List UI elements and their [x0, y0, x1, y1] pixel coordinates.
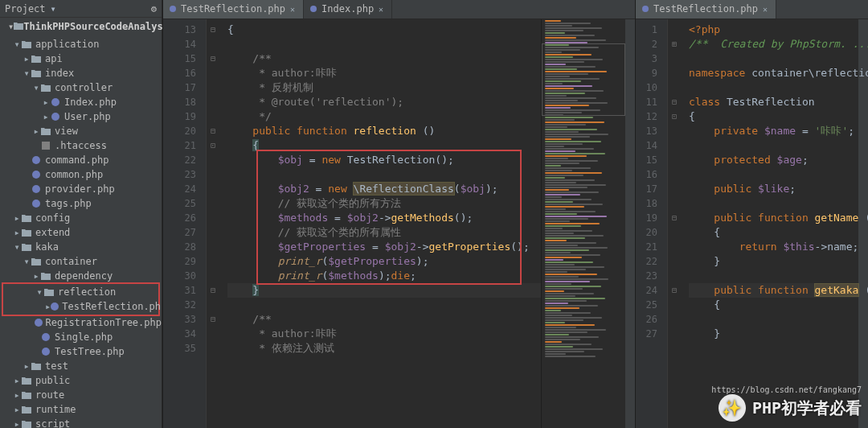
chevron-down-icon[interactable]: ▾	[51, 3, 56, 14]
tab-label: Index.php	[321, 3, 374, 14]
php-file-icon	[310, 6, 317, 12]
tree-file[interactable]: tags.php	[0, 196, 162, 211]
tree-file[interactable]: TestTree.php	[0, 344, 162, 359]
tree-folder[interactable]: ▸api	[0, 51, 162, 66]
project-root-row[interactable]: ▾ ThinkPHPSourceCodeAnalysis D:\phpstudy…	[0, 18, 162, 35]
project-tree[interactable]: ▾application▸api▾index▾controller▸Index.…	[0, 35, 162, 428]
annotation-tree-red-box: ▾reflection▸TestReflection.php	[2, 282, 160, 316]
tree-folder[interactable]: ▸view	[0, 124, 162, 138]
editor-tab[interactable]: Index.php✕	[304, 0, 392, 19]
editor-tabs-right[interactable]: TestReflection.php✕	[636, 0, 868, 19]
gutter-left[interactable]: 1314151617181920212223242526272829303132…	[163, 19, 207, 428]
fold-column-right[interactable]: ⊞⊟⊡⊟⊟	[668, 19, 681, 428]
tree-folder[interactable]: ▸route	[0, 388, 162, 402]
editor-area: TestReflection.php✕Index.php✕ 1314151617…	[162, 0, 868, 428]
close-icon[interactable]: ✕	[379, 5, 383, 14]
editor-tab[interactable]: TestReflection.php✕	[636, 0, 776, 19]
tree-folder[interactable]: ▸dependency	[0, 269, 162, 283]
editor-tab[interactable]: TestReflection.php✕	[163, 0, 304, 19]
tree-folder[interactable]: ▾controller	[0, 80, 162, 95]
minimap-left[interactable]	[541, 19, 625, 428]
tree-folder[interactable]: ▾application	[0, 37, 162, 51]
tree-file[interactable]: .htaccess	[0, 138, 162, 153]
tree-folder[interactable]: ▾container	[0, 254, 162, 269]
code-area-right[interactable]: <?php/** Created by PhpStorm. ...*/names…	[681, 19, 858, 428]
tree-folder[interactable]: ▸config	[0, 211, 162, 225]
watermark: ✨ PHP初学者必看	[719, 394, 862, 422]
php-file-icon	[642, 6, 649, 12]
gutter-right[interactable]: 1239101112131415161718192021222324252627	[636, 19, 668, 428]
tree-file[interactable]: common.php	[0, 167, 162, 182]
tree-folder[interactable]: ▾kaka	[0, 240, 162, 254]
code-area-left[interactable]: { /** * author:咔咔 * 反射机制 * @route('refle…	[219, 19, 541, 428]
project-header: Project ▾ ⚙	[0, 0, 162, 18]
editor-pane-right: TestReflection.php✕ 12391011121314151617…	[635, 0, 868, 428]
tree-folder[interactable]: ▾reflection	[3, 285, 158, 299]
project-header-title: Project	[5, 3, 46, 14]
editor-pane-left: TestReflection.php✕Index.php✕ 1314151617…	[162, 0, 635, 428]
tree-folder[interactable]: ▸extend	[0, 225, 162, 240]
fold-column-left[interactable]: ⊟⊟⊟⊡⊟⊟	[207, 19, 219, 428]
tree-file[interactable]: ▸User.php	[0, 109, 162, 124]
tree-file[interactable]: RegistrationTree.php	[0, 315, 162, 330]
tree-folder[interactable]: ▸runtime	[0, 402, 162, 417]
tree-file[interactable]: ▸Index.php	[0, 95, 162, 109]
php-file-icon	[170, 6, 176, 12]
tree-file[interactable]: ▸TestReflection.php	[3, 299, 158, 314]
vertical-scrollbar-right[interactable]	[858, 19, 868, 428]
tree-folder[interactable]: ▸public	[0, 373, 162, 388]
project-root-label: ThinkPHPSourceCodeAnalysis	[23, 21, 174, 32]
tab-label: TestReflection.php	[181, 3, 285, 14]
editor-tabs-left[interactable]: TestReflection.php✕Index.php✕	[163, 0, 635, 19]
close-icon[interactable]: ✕	[290, 5, 295, 14]
tab-label: TestReflection.php	[653, 3, 758, 14]
wechat-icon: ✨	[719, 394, 746, 422]
gear-icon[interactable]: ⚙	[151, 3, 157, 14]
tree-file[interactable]: command.php	[0, 153, 162, 167]
tree-file[interactable]: Single.php	[0, 330, 162, 344]
watermark-text: PHP初学者必看	[752, 397, 862, 419]
project-tool-window: Project ▾ ⚙ ▾ ThinkPHPSourceCodeAnalysis…	[0, 0, 162, 428]
tree-file[interactable]: provider.php	[0, 182, 162, 196]
source-url: https://blog.csdn.net/fangkang7	[711, 385, 862, 394]
vertical-scrollbar-left[interactable]	[625, 19, 635, 428]
tree-folder[interactable]: ▸script	[0, 417, 162, 428]
tree-folder[interactable]: ▾index	[0, 66, 162, 80]
close-icon[interactable]: ✕	[763, 5, 768, 14]
tree-folder[interactable]: ▸test	[0, 359, 162, 373]
